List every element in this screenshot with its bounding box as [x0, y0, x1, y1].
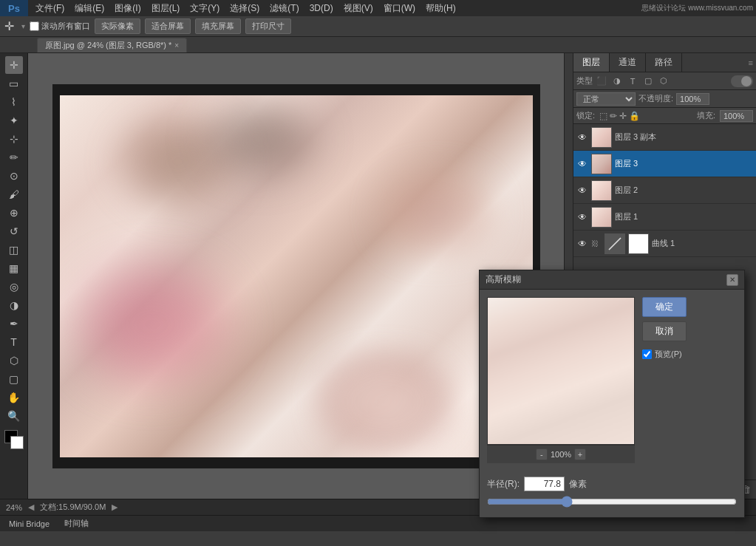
move-tool[interactable]: ✛ — [5, 56, 23, 74]
pen-tool[interactable]: ✒ — [5, 315, 23, 332]
channels-tab[interactable]: 通道 — [610, 53, 646, 72]
timeline-tab[interactable]: 时间轴 — [61, 516, 92, 530]
layers-tab[interactable]: 图层 — [573, 53, 610, 72]
scroll-all-label: 滚动所有窗口 — [41, 21, 90, 32]
clone-tool[interactable]: ⊕ — [5, 204, 23, 222]
menu-image[interactable]: 图像(I) — [110, 1, 145, 16]
lock-paint-icon[interactable]: ✏ — [610, 111, 617, 121]
hand-tool[interactable]: ✋ — [5, 389, 23, 406]
blur-tool[interactable]: ◎ — [5, 278, 23, 296]
scroll-all-checkbox[interactable]: 滚动所有窗口 — [30, 21, 90, 32]
dialog-controls: 确定 取消 预览(P) — [642, 297, 687, 463]
menu-select[interactable]: 选择(S) — [225, 1, 264, 16]
spot-heal-tool[interactable]: ⊙ — [5, 167, 23, 185]
layer-visibility-curves[interactable]: 👁 — [576, 238, 588, 250]
text-tool[interactable]: T — [5, 333, 23, 351]
dialog-title: 高斯模糊 — [486, 273, 521, 286]
preview-zoom-bar: - 100% + — [487, 445, 635, 463]
layer-item-3copy[interactable]: 👁 图层 3 副本 — [573, 124, 756, 151]
gaussian-preview[interactable] — [487, 297, 635, 445]
filter-smart-icon[interactable]: ⬡ — [657, 75, 670, 88]
eyedropper-tool[interactable]: ✏ — [5, 149, 23, 166]
image-blob-5 — [378, 169, 496, 258]
radius-input[interactable] — [524, 477, 565, 491]
canvas-background — [52, 84, 540, 468]
opacity-input[interactable] — [676, 93, 709, 105]
selection-tool[interactable]: ▭ — [5, 75, 23, 92]
layer-name-curves: 曲线 1 — [652, 238, 753, 249]
fit-screen-button[interactable]: 适合屏幕 — [145, 18, 191, 34]
menu-view[interactable]: 视图(V) — [339, 1, 378, 16]
brush-tool[interactable]: 🖌 — [5, 185, 23, 203]
radius-unit: 像素 — [569, 478, 587, 491]
preview-checkbox-container[interactable]: 预览(P) — [642, 349, 687, 360]
foreground-color[interactable] — [4, 430, 24, 449]
status-arrow-right[interactable]: ▶ — [112, 502, 118, 512]
layer-item-1[interactable]: 👁 图层 1 — [573, 204, 756, 231]
filter-pixel-icon[interactable]: ⬛ — [595, 75, 608, 88]
eraser-tool[interactable]: ◫ — [5, 241, 23, 259]
layer-item-3[interactable]: 👁 图层 3 — [573, 151, 756, 177]
filter-shape-icon[interactable]: ▢ — [641, 75, 655, 88]
crop-tool[interactable]: ⊹ — [5, 130, 23, 148]
layer-visibility-2[interactable]: 👁 — [576, 185, 588, 197]
doc-tab-close[interactable]: × — [174, 41, 179, 50]
menu-3d[interactable]: 3D(D) — [305, 1, 338, 15]
print-size-button[interactable]: 打印尺寸 — [245, 18, 291, 34]
dialog-close-button[interactable]: ✕ — [726, 274, 738, 286]
layer-name-3: 图层 3 — [615, 158, 753, 169]
status-zoom: 24% — [6, 503, 22, 512]
layer-visibility-3[interactable]: 👁 — [576, 158, 588, 170]
image-blob-3 — [60, 250, 245, 398]
fill-input[interactable] — [720, 110, 753, 122]
curves-mask — [628, 233, 649, 254]
panel-menu-icon[interactable]: ≡ — [749, 58, 753, 67]
gradient-tool[interactable]: ▦ — [5, 259, 23, 277]
paths-tab[interactable]: 路径 — [646, 53, 682, 72]
zoom-in-btn[interactable]: + — [574, 448, 586, 460]
mini-bridge-tab[interactable]: Mini Bridge — [6, 518, 52, 530]
ps-logo: Ps — [0, 0, 28, 16]
filter-adjust-icon[interactable]: ◑ — [610, 75, 624, 88]
document-tab[interactable]: 原图.jpg @ 24% (图层 3, RGB/8*) * × — [37, 38, 187, 52]
zoom-tool[interactable]: 🔍 — [5, 407, 23, 425]
blend-mode-select[interactable]: 正常 — [576, 92, 636, 106]
opacity-label: 不透明度: — [638, 93, 673, 104]
preview-checkbox[interactable] — [642, 349, 652, 359]
filter-toggle[interactable] — [731, 75, 753, 87]
fill-screen-button[interactable]: 填充屏幕 — [195, 18, 241, 34]
menu-layer[interactable]: 图层(L) — [147, 1, 185, 16]
history-brush-tool[interactable]: ↺ — [5, 222, 23, 240]
lasso-tool[interactable]: ⌇ — [5, 93, 23, 111]
radius-slider[interactable] — [487, 496, 737, 508]
lock-move-icon[interactable]: ✛ — [619, 111, 627, 121]
shape-tool[interactable]: ▢ — [5, 370, 23, 388]
menu-filter[interactable]: 滤镜(T) — [265, 1, 303, 16]
path-tool[interactable]: ⬡ — [5, 352, 23, 369]
dialog-ok-button[interactable]: 确定 — [642, 297, 687, 317]
menu-help[interactable]: 帮助(H) — [421, 1, 460, 16]
lock-all-icon[interactable]: 🔒 — [629, 111, 640, 121]
tab-bar: 原图.jpg @ 24% (图层 3, RGB/8*) * × — [0, 37, 756, 53]
move-tool-icon[interactable]: ✛ — [4, 19, 14, 33]
lock-transparent-icon[interactable]: ⬚ — [599, 111, 607, 121]
actual-pixels-button[interactable]: 实际像素 — [95, 18, 140, 34]
status-arrow-left[interactable]: ◀ — [28, 502, 34, 512]
lock-label: 锁定: — [576, 110, 595, 121]
menu-file[interactable]: 文件(F) — [31, 1, 69, 16]
scroll-all-input[interactable] — [30, 21, 39, 31]
layer-visibility-1[interactable]: 👁 — [576, 211, 588, 223]
dodge-tool[interactable]: ◑ — [5, 296, 23, 314]
menu-edit[interactable]: 编辑(E) — [70, 1, 109, 16]
layer-item-curves[interactable]: 👁 ⛓ 曲线 1 — [573, 231, 756, 257]
magic-wand-tool[interactable]: ✦ — [5, 112, 23, 129]
layer-visibility-3copy[interactable]: 👁 — [576, 132, 588, 143]
dialog-titlebar[interactable]: 高斯模糊 ✕ — [480, 270, 744, 290]
layers-filter-bar: 类型 ⬛ ◑ T ▢ ⬡ — [573, 72, 756, 90]
filter-text-icon[interactable]: T — [626, 75, 639, 88]
menu-text[interactable]: 文字(Y) — [185, 1, 224, 16]
menu-window[interactable]: 窗口(W) — [379, 1, 420, 16]
zoom-out-btn[interactable]: - — [536, 448, 548, 460]
dialog-cancel-button[interactable]: 取消 — [642, 321, 687, 341]
layer-item-2[interactable]: 👁 图层 2 — [573, 177, 756, 204]
